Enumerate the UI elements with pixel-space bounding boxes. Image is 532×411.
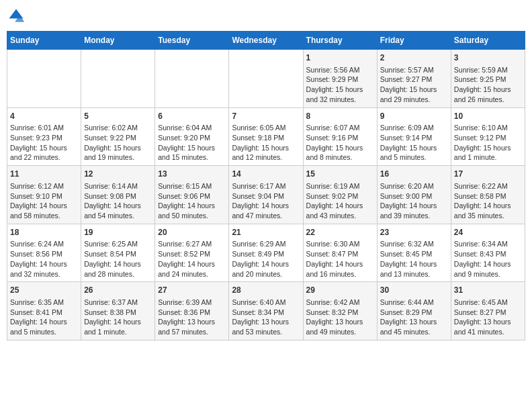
cell-info-line: Sunrise: 6:07 AM (306, 123, 374, 133)
calendar-cell: 31Sunrise: 6:45 AMSunset: 8:27 PMDayligh… (451, 282, 525, 340)
day-number: 28 (232, 285, 300, 296)
cell-info-line: and 20 minutes. (232, 269, 300, 279)
header-cell-wednesday: Wednesday (229, 32, 303, 50)
cell-info-line: Sunset: 9:04 PM (232, 191, 300, 201)
cell-info-line: Sunset: 8:54 PM (84, 249, 152, 259)
cell-info-line: Sunset: 9:06 PM (158, 191, 226, 201)
cell-info-line: and 57 minutes. (158, 327, 226, 337)
calendar-body: 1Sunrise: 5:56 AMSunset: 9:29 PMDaylight… (7, 50, 525, 340)
cell-info-line: Sunset: 9:14 PM (380, 133, 448, 143)
cell-info-line: Sunrise: 5:57 AM (380, 65, 448, 75)
cell-info-line: Sunrise: 6:32 AM (380, 239, 448, 249)
calendar-cell: 25Sunrise: 6:35 AMSunset: 8:41 PMDayligh… (7, 282, 81, 340)
cell-info-line: Daylight: 15 hours (158, 143, 226, 153)
day-number: 9 (380, 111, 448, 122)
calendar-cell: 28Sunrise: 6:40 AMSunset: 8:34 PMDayligh… (229, 282, 303, 340)
cell-info-line: Sunset: 9:00 PM (380, 191, 448, 201)
calendar-cell: 20Sunrise: 6:27 AMSunset: 8:52 PMDayligh… (155, 224, 229, 282)
cell-info-line: Sunrise: 6:42 AM (306, 298, 374, 308)
day-number: 6 (158, 111, 226, 122)
day-number: 5 (84, 111, 152, 122)
calendar-cell: 24Sunrise: 6:34 AMSunset: 8:43 PMDayligh… (451, 224, 525, 282)
day-number: 31 (454, 285, 522, 296)
calendar-cell: 9Sunrise: 6:09 AMSunset: 9:14 PMDaylight… (377, 107, 451, 166)
cell-info-line: and 1 minute. (84, 327, 152, 337)
day-number: 23 (380, 227, 448, 238)
day-number: 22 (306, 227, 374, 238)
calendar-cell (81, 50, 155, 108)
header-cell-saturday: Saturday (451, 32, 525, 50)
cell-info-line: Sunrise: 6:27 AM (158, 239, 226, 249)
cell-info-line: Daylight: 14 hours (306, 201, 374, 211)
cell-info-line: and 45 minutes. (380, 327, 448, 337)
cell-info-line: Sunset: 8:34 PM (232, 308, 300, 318)
cell-info-line: Sunrise: 6:35 AM (10, 298, 78, 308)
cell-info-line: Sunrise: 6:39 AM (158, 298, 226, 308)
cell-info-line: and 26 minutes. (454, 95, 522, 105)
cell-info-line: and 41 minutes. (454, 327, 522, 337)
cell-info-line: and 1 minute. (454, 152, 522, 163)
cell-info-line: and 15 minutes. (158, 152, 226, 163)
cell-info-line: Sunset: 8:45 PM (380, 249, 448, 259)
cell-info-line: and 22 minutes. (10, 152, 78, 163)
calendar-cell: 15Sunrise: 6:19 AMSunset: 9:02 PMDayligh… (303, 166, 377, 224)
cell-info-line: Daylight: 15 hours (84, 143, 152, 153)
cell-info-line: Sunset: 9:29 PM (306, 75, 374, 85)
day-number: 11 (10, 169, 78, 180)
cell-info-line: and 53 minutes. (232, 327, 300, 337)
calendar-cell: 23Sunrise: 6:32 AMSunset: 8:45 PMDayligh… (377, 224, 451, 282)
cell-info-line: Sunrise: 6:12 AM (10, 181, 78, 191)
day-number: 1 (306, 52, 374, 64)
cell-info-line: Sunset: 8:52 PM (158, 249, 226, 259)
day-number: 2 (380, 52, 448, 64)
day-number: 15 (306, 169, 374, 180)
cell-info-line: and 32 minutes. (10, 269, 78, 279)
cell-info-line: Sunrise: 6:19 AM (306, 181, 374, 191)
calendar-cell: 21Sunrise: 6:29 AMSunset: 8:49 PMDayligh… (229, 224, 303, 282)
cell-info-line: Sunset: 8:56 PM (10, 249, 78, 259)
cell-info-line: and 32 minutes. (306, 95, 374, 105)
cell-info-line: and 29 minutes. (380, 95, 448, 105)
cell-info-line: Sunrise: 6:14 AM (84, 181, 152, 191)
cell-info-line: and 8 minutes. (306, 152, 374, 163)
cell-info-line: Sunrise: 6:10 AM (454, 123, 522, 133)
cell-info-line: Sunset: 8:29 PM (380, 308, 448, 318)
cell-info-line: Sunrise: 6:37 AM (84, 298, 152, 308)
cell-info-line: Sunset: 8:49 PM (232, 249, 300, 259)
cell-info-line: Daylight: 15 hours (232, 143, 300, 153)
cell-info-line: Daylight: 15 hours (306, 85, 374, 95)
day-number: 8 (306, 111, 374, 122)
cell-info-line: Daylight: 15 hours (380, 85, 448, 95)
day-number: 24 (454, 227, 522, 238)
header-cell-thursday: Thursday (303, 32, 377, 50)
day-number: 7 (232, 111, 300, 122)
cell-info-line: and 13 minutes. (380, 269, 448, 279)
cell-info-line: Sunset: 8:27 PM (454, 308, 522, 318)
cell-info-line: and 49 minutes. (306, 327, 374, 337)
cell-info-line: and 24 minutes. (158, 269, 226, 279)
cell-info-line: Daylight: 14 hours (380, 201, 448, 211)
cell-info-line: Sunrise: 6:44 AM (380, 298, 448, 308)
cell-info-line: Daylight: 13 hours (232, 317, 300, 327)
calendar-cell: 22Sunrise: 6:30 AMSunset: 8:47 PMDayligh… (303, 224, 377, 282)
cell-info-line: Sunrise: 6:34 AM (454, 239, 522, 249)
calendar-cell: 3Sunrise: 5:59 AMSunset: 9:25 PMDaylight… (451, 50, 525, 108)
cell-info-line: Sunset: 9:18 PM (232, 133, 300, 143)
cell-info-line: and 39 minutes. (380, 211, 448, 221)
calendar-cell: 4Sunrise: 6:01 AMSunset: 9:23 PMDaylight… (7, 107, 81, 166)
cell-info-line: Daylight: 14 hours (380, 259, 448, 269)
calendar-cell: 10Sunrise: 6:10 AMSunset: 9:12 PMDayligh… (451, 107, 525, 166)
calendar-cell (229, 50, 303, 108)
calendar-cell: 29Sunrise: 6:42 AMSunset: 8:32 PMDayligh… (303, 282, 377, 340)
calendar-cell: 2Sunrise: 5:57 AMSunset: 9:27 PMDaylight… (377, 50, 451, 108)
day-number: 25 (10, 285, 78, 296)
cell-info-line: Sunrise: 5:56 AM (306, 65, 374, 75)
cell-info-line: Daylight: 14 hours (232, 259, 300, 269)
cell-info-line: Daylight: 14 hours (10, 317, 78, 327)
header-cell-friday: Friday (377, 32, 451, 50)
day-number: 18 (10, 227, 78, 238)
day-number: 10 (454, 111, 522, 122)
cell-info-line: Daylight: 14 hours (158, 259, 226, 269)
cell-info-line: and 9 minutes. (454, 269, 522, 279)
cell-info-line: Daylight: 14 hours (10, 259, 78, 269)
